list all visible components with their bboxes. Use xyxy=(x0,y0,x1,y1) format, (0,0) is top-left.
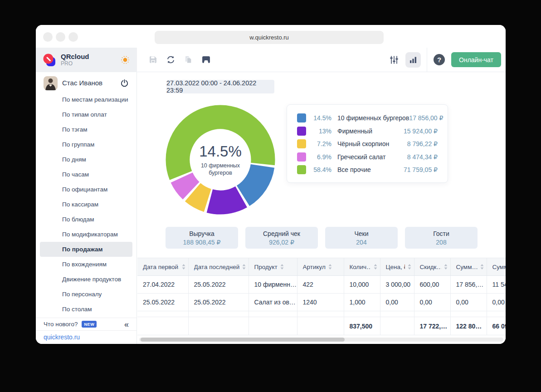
whats-new-row: Что нового? NEW « xyxy=(36,318,136,330)
export-tray-icon xyxy=(202,56,210,64)
logout-button[interactable] xyxy=(121,79,128,89)
toolbar-right-group: ? Онлайн-чат xyxy=(389,48,506,72)
horizontal-scrollbar[interactable] xyxy=(139,338,503,342)
table-cell: 10 фирменн… xyxy=(249,276,297,294)
sort-icon[interactable] xyxy=(480,264,484,270)
export-tray-button[interactable] xyxy=(200,54,211,65)
sidebar-item[interactable]: По кассирам xyxy=(36,197,136,212)
sidebar-item[interactable]: По группам xyxy=(36,137,136,152)
table-cell: 1,000 xyxy=(344,294,380,311)
whats-new-link[interactable]: Что нового? xyxy=(44,321,78,328)
sort-icon[interactable] xyxy=(408,264,411,270)
legend-percent: 6.9% xyxy=(306,153,331,161)
sort-icon[interactable] xyxy=(444,264,448,270)
save-button[interactable] xyxy=(147,54,158,65)
table-cell xyxy=(297,311,344,317)
help-button[interactable]: ? xyxy=(433,54,445,66)
legend-name: Греческий салат xyxy=(337,153,407,161)
table-cell xyxy=(137,311,188,317)
sort-icon[interactable] xyxy=(280,264,284,270)
sort-icon[interactable] xyxy=(374,264,377,270)
legend-percent: 13% xyxy=(306,127,331,135)
copy-button[interactable] xyxy=(183,54,194,65)
sidebar-item[interactable]: По персоналу xyxy=(36,287,136,302)
column-header[interactable]: Дата первой… xyxy=(137,258,188,276)
filters-button[interactable] xyxy=(389,54,400,65)
legend-row: 6.9%Греческий салат8 474,34 ₽ xyxy=(297,151,438,164)
column-header[interactable]: Продукт xyxy=(249,258,297,276)
theme-toggle[interactable] xyxy=(120,55,130,65)
chart-view-button[interactable] xyxy=(405,52,421,68)
refresh-button[interactable] xyxy=(165,54,176,65)
column-header[interactable]: Скидк… xyxy=(414,258,450,276)
column-header[interactable]: Дата последней… xyxy=(188,258,249,276)
sidebar-item[interactable]: По продажам xyxy=(40,242,132,257)
online-chat-button[interactable]: Онлайн-чат xyxy=(451,52,501,67)
avatar-photo xyxy=(44,76,58,90)
sliders-icon xyxy=(390,55,399,64)
sidebar-item[interactable]: По официантам xyxy=(36,182,136,197)
column-header[interactable]: Колич… xyxy=(344,258,380,276)
table-cell xyxy=(188,311,249,317)
sales-table: Дата первой…Дата последней…ПродуктАртику… xyxy=(137,258,506,335)
chart-legend: 14.5%10 фирменных бургеров17 856,00 ₽13%… xyxy=(287,104,448,183)
sort-icon[interactable] xyxy=(328,264,332,270)
page-background: w.quickresto.ru QRcloud PRO xyxy=(0,0,541,392)
sidebar-item[interactable]: По тэгам xyxy=(36,122,136,137)
power-icon xyxy=(121,79,128,87)
sidebar-item[interactable]: По модификаторам xyxy=(36,227,136,242)
sidebar-footer: Что нового? NEW « quickresto.ru xyxy=(36,318,136,344)
url-bar[interactable]: w.quickresto.ru xyxy=(155,31,384,44)
card-title: Средний чек xyxy=(245,230,318,237)
legend-name: Все прочие xyxy=(337,166,404,173)
quickresto-site-link[interactable]: quickresto.ru xyxy=(36,331,136,344)
sidebar-item[interactable]: По типам оплат xyxy=(36,107,136,122)
table-cell: 11 54 xyxy=(487,276,506,294)
svg-text:?: ? xyxy=(437,56,441,64)
sun-icon xyxy=(120,55,130,65)
main-content: 27.03.2022 00:00 - 24.06.2022 23:59 14.5… xyxy=(137,72,506,344)
question-icon: ? xyxy=(433,54,445,66)
sidebar-item[interactable]: По вхождениям xyxy=(36,257,136,272)
sort-icon[interactable] xyxy=(242,264,246,270)
sidebar-item[interactable]: По дням xyxy=(36,152,136,167)
column-header[interactable]: Сумм. xyxy=(487,258,506,276)
date-range-filter[interactable]: 27.03.2022 00:00 - 24.06.2022 23:59 xyxy=(166,80,274,93)
table-row: 25.05.202225.05.2022Салат из ов…12401,00… xyxy=(137,294,506,311)
column-label: Артикул xyxy=(303,264,326,270)
column-header-inner: Дата первой… xyxy=(143,264,185,270)
new-badge: NEW xyxy=(82,321,97,328)
table-cell xyxy=(380,311,414,317)
window-control-dot[interactable] xyxy=(56,32,65,42)
summary-card: Выручка188 908,45 ₽ xyxy=(166,227,238,249)
legend-name: 10 фирменных бургеров xyxy=(337,114,409,122)
sidebar-item[interactable]: Движение продуктов xyxy=(36,272,136,287)
window-control-dot[interactable] xyxy=(43,32,53,42)
legend-amount: 71 759,05 ₽ xyxy=(404,166,438,173)
sort-icon[interactable] xyxy=(182,264,185,270)
scrollbar-thumb[interactable] xyxy=(141,338,345,342)
legend-swatch xyxy=(297,127,306,136)
sidebar-item[interactable]: По столам xyxy=(36,302,136,317)
column-header[interactable]: Сумм… xyxy=(450,258,487,276)
sidebar-item[interactable]: По часам xyxy=(36,167,136,182)
user-profile[interactable]: Стас Иванов xyxy=(36,76,136,91)
legend-row: 58.4%Все прочие71 759,05 ₽ xyxy=(297,163,438,176)
table-cell: 27.04.2022 xyxy=(137,276,188,294)
table-cell xyxy=(414,311,450,317)
browser-titlebar: w.quickresto.ru xyxy=(36,25,506,48)
table-cell: 25.05.2022 xyxy=(137,294,188,311)
window-control-dot[interactable] xyxy=(68,32,78,42)
sidebar-item[interactable]: По блюдам xyxy=(36,212,136,227)
refresh-icon xyxy=(166,55,175,64)
card-value: 926,02 ₽ xyxy=(245,239,318,246)
card-value: 208 xyxy=(405,239,478,246)
column-header[interactable]: Цена, ₽ xyxy=(380,258,414,276)
collapse-sidebar-button[interactable]: « xyxy=(124,320,129,328)
legend-percent: 14.5% xyxy=(306,114,331,122)
legend-swatch xyxy=(297,139,306,148)
column-header[interactable]: Артикул xyxy=(297,258,344,276)
sidebar-item[interactable]: По местам реализации xyxy=(36,92,136,107)
column-label: Сумм… xyxy=(456,264,478,270)
totals-cell xyxy=(137,317,188,335)
